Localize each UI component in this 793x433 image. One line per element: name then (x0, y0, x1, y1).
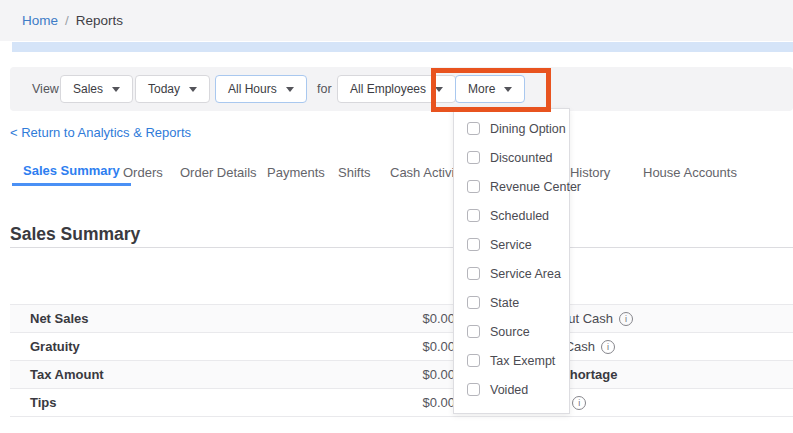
tab-sales-summary[interactable]: Sales Summary (12, 158, 131, 186)
row-label: Tips (10, 395, 260, 410)
menu-item-label: Tax Exempt (490, 354, 555, 368)
hours-filter-value: All Hours (228, 82, 277, 96)
menu-item-label: Service (490, 238, 532, 252)
row-value: $0.00 (260, 367, 455, 382)
menu-item-label: Source (490, 325, 530, 339)
filter-toolbar: View Sales Today All Hours for All Emplo… (10, 67, 793, 111)
menu-item-service[interactable]: Service (454, 230, 569, 259)
tab-shifts[interactable]: Shifts (338, 158, 371, 186)
return-to-analytics-link[interactable]: < Return to Analytics & Reports (10, 125, 191, 140)
checkbox[interactable] (467, 325, 480, 338)
more-filter-menu: Dining Option Discounted Revenue Center … (453, 108, 570, 414)
more-filter-dropdown[interactable]: More (455, 75, 525, 103)
checkbox[interactable] (467, 151, 480, 164)
menu-item-dining-option[interactable]: Dining Option (454, 114, 569, 143)
row-label: Net Sales (10, 311, 260, 326)
tab-house-accounts[interactable]: House Accounts (643, 158, 737, 186)
info-icon[interactable]: i (601, 340, 615, 354)
menu-item-revenue-center[interactable]: Revenue Center (454, 172, 569, 201)
menu-item-scheduled[interactable]: Scheduled (454, 201, 569, 230)
info-icon[interactable]: i (572, 396, 586, 410)
breadcrumb-current: Reports (76, 13, 123, 28)
menu-item-state[interactable]: State (454, 288, 569, 317)
checkbox[interactable] (467, 180, 480, 193)
table-row: Net Sales $0.00 Expected Closeout Cash i (10, 305, 793, 333)
menu-item-label: Voided (490, 383, 528, 397)
menu-item-service-area[interactable]: Service Area (454, 259, 569, 288)
date-filter-dropdown[interactable]: Today (135, 75, 210, 103)
row-label: Tax Amount (10, 367, 260, 382)
menu-item-source[interactable]: Source (454, 317, 569, 346)
employees-filter-dropdown[interactable]: All Employees (337, 75, 456, 103)
menu-item-discounted[interactable]: Discounted (454, 143, 569, 172)
date-filter-value: Today (148, 82, 180, 96)
checkbox[interactable] (467, 122, 480, 135)
more-filter-label: More (468, 82, 495, 96)
sales-filter-value: Sales (73, 82, 103, 96)
report-tabs: Sales Summary Orders Order Details Payme… (0, 158, 793, 187)
tab-payments[interactable]: Payments (267, 158, 325, 186)
checkbox[interactable] (467, 383, 480, 396)
menu-item-label: Dining Option (490, 122, 566, 136)
row-label: Gratuity (10, 339, 260, 354)
chevron-down-icon (112, 87, 120, 92)
highlight-strip (12, 42, 793, 52)
for-label: for (317, 67, 332, 111)
menu-item-label: Service Area (490, 267, 561, 281)
checkbox[interactable] (467, 354, 480, 367)
menu-item-tax-exempt[interactable]: Tax Exempt (454, 346, 569, 375)
hours-filter-dropdown[interactable]: All Hours (215, 75, 307, 103)
row-value: $0.00 (260, 339, 455, 354)
info-icon[interactable]: i (619, 312, 633, 326)
chevron-down-icon (189, 87, 197, 92)
employees-filter-value: All Employees (350, 82, 426, 96)
chevron-down-icon (504, 87, 512, 92)
breadcrumb-separator: / (65, 13, 69, 28)
menu-item-label: State (490, 296, 519, 310)
chevron-down-icon (435, 87, 443, 92)
checkbox[interactable] (467, 238, 480, 251)
breadcrumb: Home / Reports (0, 0, 793, 41)
table-row: Gratuity $0.00 Actual Closeout Cash i (10, 333, 793, 361)
sales-filter-dropdown[interactable]: Sales (60, 75, 133, 103)
row-value: $0.00 (260, 395, 455, 410)
checkbox[interactable] (467, 296, 480, 309)
tab-orders[interactable]: Orders (123, 158, 163, 186)
menu-item-voided[interactable]: Voided (454, 375, 569, 404)
page-title: Sales Summary (10, 224, 140, 245)
menu-item-label: Scheduled (490, 209, 549, 223)
table-row: Tips $0.00 Tips Withheld i (10, 389, 793, 417)
menu-item-label: Revenue Center (490, 180, 581, 194)
table-row: Tax Amount $0.00 Cash Overage/Shortage (10, 361, 793, 389)
tab-order-details[interactable]: Order Details (180, 158, 257, 186)
title-divider (10, 247, 793, 248)
menu-item-label: Discounted (490, 151, 553, 165)
sales-summary-table: Net Sales $0.00 Expected Closeout Cash i… (10, 304, 793, 417)
checkbox[interactable] (467, 209, 480, 222)
row-value: $0.00 (260, 311, 455, 326)
view-label: View (32, 67, 59, 111)
checkbox[interactable] (467, 267, 480, 280)
breadcrumb-home-link[interactable]: Home (22, 13, 58, 28)
chevron-down-icon (286, 87, 294, 92)
